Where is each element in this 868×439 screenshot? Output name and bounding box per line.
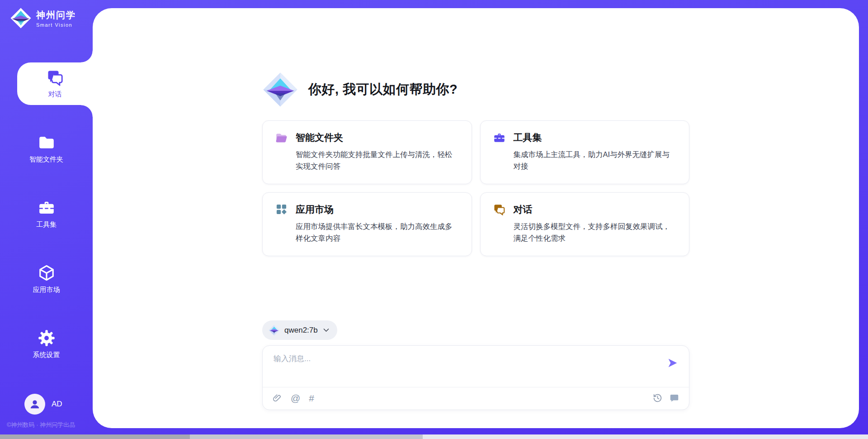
user-initials: AD <box>52 400 62 409</box>
person-icon <box>29 398 41 410</box>
folder-open-icon <box>275 132 288 144</box>
greeting: 你好, 我可以如何帮助你? <box>262 72 689 108</box>
horizontal-scrollbar-thumb[interactable] <box>0 434 190 439</box>
sidebar-item-settings[interactable]: 系统设置 <box>0 323 93 366</box>
attach-file-icon[interactable] <box>273 393 282 403</box>
chat-icon <box>493 203 505 215</box>
model-diamond-logo-icon <box>269 324 280 336</box>
sidebar-item-chat[interactable]: 对话 <box>17 62 93 105</box>
feature-cards: 智能文件夹 智能文件夹功能支持批量文件上传与清洗，轻松实现文件问答 工具集 集成… <box>262 120 689 256</box>
card-toolset[interactable]: 工具集 集成市场上主流工具，助力AI与外界无缝扩展与对接 <box>480 120 690 184</box>
send-button[interactable] <box>667 358 678 368</box>
comment-icon[interactable] <box>670 393 679 403</box>
toolbox-icon <box>38 199 55 216</box>
message-composer: @ # <box>262 345 689 410</box>
card-app-market[interactable]: 应用市场 应用市场提供丰富长文本模板，助力高效生成多样化文章内容 <box>262 192 472 256</box>
sidebar-item-smart-folder[interactable]: 智能文件夹 <box>0 128 93 170</box>
sidebar-item-app-market[interactable]: 应用市场 <box>0 258 93 301</box>
apps-grid-icon <box>275 203 288 215</box>
sidebar-item-toolset[interactable]: 工具集 <box>0 193 93 235</box>
horizontal-scrollbar[interactable] <box>0 434 868 439</box>
mention-icon[interactable]: @ <box>291 393 300 403</box>
chat-icon <box>47 69 64 86</box>
message-input[interactable] <box>274 353 657 374</box>
toolbox-icon <box>493 132 505 144</box>
sidebar: 神州问学 Smart Vision 对话 智能文件夹 工具集 <box>0 0 93 434</box>
sidebar-item-label: 智能文件夹 <box>29 155 63 164</box>
content-panel: 你好, 我可以如何帮助你? 智能文件夹 智能文件夹功能支持批量文件上传与清洗，轻… <box>93 8 859 428</box>
greeting-diamond-logo-icon <box>262 72 298 108</box>
greeting-title: 你好, 我可以如何帮助你? <box>308 81 458 99</box>
sidebar-nav: 对话 智能文件夹 工具集 应用市场 <box>0 62 93 366</box>
sidebar-item-label: 系统设置 <box>33 351 60 359</box>
chevron-down-icon <box>322 326 330 334</box>
card-description: 灵活切换多模型文件，支持多样回复效果调试，满足个性化需求 <box>514 220 677 244</box>
card-title: 智能文件夹 <box>296 131 343 144</box>
model-selector[interactable]: qwen2:7b <box>262 320 337 340</box>
card-title: 对话 <box>514 203 533 216</box>
card-description: 智能文件夹功能支持批量文件上传与清洗，轻松实现文件问答 <box>296 148 459 172</box>
copyright-text: ©神州数码 · 神州问学出品 <box>0 419 93 434</box>
user-account[interactable]: AD <box>0 394 93 415</box>
card-title: 应用市场 <box>296 203 334 216</box>
horizontal-scrollbar-thumb-fade <box>190 434 423 439</box>
card-description: 集成市场上主流工具，助力AI与外界无缝扩展与对接 <box>514 148 677 172</box>
card-description: 应用市场提供丰富长文本模板，助力高效生成多样化文章内容 <box>296 220 459 244</box>
brand-diamond-logo-icon <box>10 7 32 29</box>
app-window: 神州问学 Smart Vision 对话 智能文件夹 工具集 <box>0 0 868 434</box>
sidebar-item-label: 对话 <box>48 90 62 99</box>
main-area: 你好, 我可以如何帮助你? 智能文件夹 智能文件夹功能支持批量文件上传与清洗，轻… <box>93 0 868 434</box>
card-smart-folder[interactable]: 智能文件夹 智能文件夹功能支持批量文件上传与清洗，轻松实现文件问答 <box>262 120 472 184</box>
model-name: qwen2:7b <box>284 326 318 335</box>
send-icon <box>667 358 678 368</box>
brand: 神州问学 Smart Vision <box>0 0 93 29</box>
folder-icon <box>38 134 55 151</box>
sidebar-item-label: 应用市场 <box>33 286 60 294</box>
brand-name: 神州问学 <box>36 9 76 21</box>
gear-icon <box>38 329 55 347</box>
avatar <box>24 394 45 415</box>
history-icon[interactable] <box>653 393 662 403</box>
hashtag-icon[interactable]: # <box>309 393 314 403</box>
card-chat[interactable]: 对话 灵活切换多模型文件，支持多样回复效果调试，满足个性化需求 <box>480 192 690 256</box>
card-title: 工具集 <box>514 131 542 144</box>
brand-subtitle: Smart Vision <box>36 22 76 28</box>
sidebar-item-label: 工具集 <box>36 220 57 229</box>
cube-icon <box>38 264 55 282</box>
